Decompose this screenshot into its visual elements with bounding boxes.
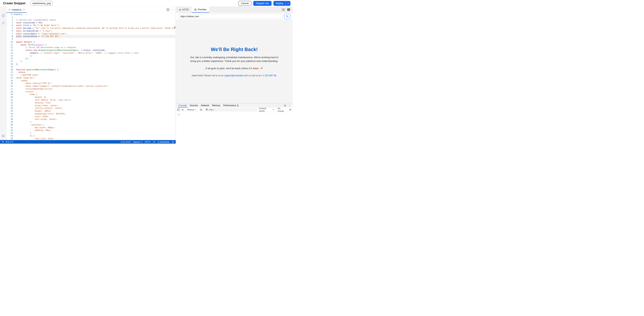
code-line[interactable]: 32 display: flex; bbox=[6, 101, 176, 104]
eol-setting[interactable]: LF bbox=[153, 141, 155, 143]
code-line[interactable]: 24 <head> bbox=[6, 79, 176, 82]
snippet-name-input[interactable] bbox=[30, 1, 53, 6]
code-line[interactable]: 37 color: #333; bbox=[6, 115, 176, 118]
cancel-button[interactable]: Cancel bbox=[238, 1, 251, 6]
code-line[interactable]: 45 font-size: 2rem; bbox=[6, 137, 176, 140]
code-line[interactable]: 15 }, bbox=[6, 54, 176, 57]
code-line[interactable]: 27 <title>${title}</title> bbox=[6, 88, 176, 90]
code-text: <style> bbox=[16, 90, 34, 93]
language-mode[interactable]: {} JavaScript bbox=[158, 141, 169, 143]
tab-snippet-js[interactable]: JS snippet.js × bbox=[6, 7, 27, 13]
console-tab-network[interactable]: Network bbox=[200, 103, 210, 108]
close-tab-icon[interactable]: × bbox=[23, 8, 25, 11]
code-line[interactable]: 22 <!DOCTYPE html> bbox=[6, 74, 176, 77]
line-number: 31 bbox=[6, 99, 16, 101]
deploy-button[interactable]: Deploy bbox=[274, 1, 286, 6]
remote-window-icon[interactable]: >< bbox=[2, 141, 4, 143]
cursor-position[interactable]: Ln 8, Col 2 bbox=[121, 141, 131, 143]
filter-input[interactable] bbox=[209, 109, 246, 111]
notifications-bell-icon[interactable] bbox=[172, 141, 174, 143]
code-line[interactable]: 26 <meta name="viewport" content="width=… bbox=[6, 85, 176, 88]
console-tab-console[interactable]: Console bbox=[177, 103, 188, 108]
deploy-dropdown-button[interactable]: ▾ bbox=[286, 1, 290, 6]
code-line[interactable]: 21 return ` bbox=[6, 71, 176, 74]
code-line[interactable]: 29 body { bbox=[6, 93, 176, 96]
code-line[interactable]: 6const estimatedTime = "1 hour"; bbox=[6, 30, 176, 32]
code-line[interactable]: 36 background-color: #f4f4f4; bbox=[6, 112, 176, 115]
code-line[interactable]: 13 return new Response(generateMaintenan… bbox=[6, 49, 176, 52]
snippet-rule-button[interactable]: Snippet rule bbox=[253, 1, 271, 6]
more-actions-icon[interactable]: ⋯ bbox=[171, 8, 174, 11]
code-line[interactable]: 16 }); bbox=[6, 57, 176, 60]
devtools-kebab-menu-icon[interactable]: ⋮ bbox=[288, 104, 291, 107]
console-tab-memory[interactable]: Memory bbox=[210, 103, 222, 108]
code-line[interactable]: 14 headers: { "Content-Type": "text/html… bbox=[6, 52, 176, 54]
breadcrumb[interactable]: JS snippet.js › … bbox=[6, 13, 176, 16]
discord-chat-icon[interactable] bbox=[287, 8, 290, 11]
line-number: 29 bbox=[6, 93, 16, 96]
code-text: }, bbox=[16, 60, 23, 63]
files-icon[interactable] bbox=[0, 14, 6, 18]
search-icon[interactable] bbox=[0, 21, 6, 25]
code-line[interactable]: 39 } bbox=[6, 121, 176, 123]
code-line[interactable]: 4const title = "We'll Be Right Back!"; bbox=[6, 24, 176, 27]
context-selector[interactable]: Worker ▾ bbox=[187, 108, 196, 111]
code-line[interactable]: 11 async fetch(request) { bbox=[6, 43, 176, 46]
code-text: const message = "Our site is currently u… bbox=[16, 27, 176, 30]
code-line[interactable]: 7const contactEmail = "support@example.c… bbox=[6, 32, 176, 35]
code-line[interactable]: 18}; bbox=[6, 63, 176, 66]
code-line[interactable]: 5const message = "Our site is currently … bbox=[6, 27, 176, 30]
log-levels-dropdown[interactable]: Default levels ▾ bbox=[259, 107, 274, 112]
console-prompt-chevron[interactable]: > bbox=[176, 112, 293, 116]
code-line[interactable]: 8const contactPhone = "+1 234 567 89"; bbox=[6, 35, 176, 38]
code-line[interactable]: 44 h1 { bbox=[6, 134, 176, 137]
phone-link[interactable]: +1 234 567 89 bbox=[261, 74, 276, 77]
code-line[interactable]: 1 bbox=[6, 16, 176, 19]
code-line[interactable]: 35 height: 100vh; bbox=[6, 110, 176, 112]
code-line[interactable]: 30 margin: 0; bbox=[6, 96, 176, 99]
code-line[interactable]: 43 } bbox=[6, 132, 176, 134]
page-title: Create Snippet bbox=[3, 2, 26, 5]
issues-counter[interactable]: No Issues bbox=[278, 107, 287, 112]
code-line[interactable]: 42 padding: 20px; bbox=[6, 129, 176, 132]
encoding-setting[interactable]: UTF-8 bbox=[145, 141, 150, 143]
code-line[interactable]: 28 <style> bbox=[6, 90, 176, 93]
indentation-setting[interactable]: Spaces: 4 bbox=[133, 141, 142, 143]
code-line[interactable]: 3const statusCode = 503; bbox=[6, 21, 176, 24]
code-line[interactable]: 12 // Serve the maintenance page as a re… bbox=[6, 46, 176, 49]
console-settings-gear-icon[interactable]: ⚙ bbox=[289, 108, 291, 111]
code-line[interactable]: 34 justify-content: center; bbox=[6, 107, 176, 110]
console-tab-sources[interactable]: Sources bbox=[188, 103, 200, 108]
tab-http[interactable]: ⇄ HTTP bbox=[176, 7, 192, 13]
console-tab-performance[interactable]: Performance bbox=[222, 103, 240, 108]
console-output[interactable]: > bbox=[176, 112, 293, 144]
live-expression-eye-icon[interactable] bbox=[200, 109, 202, 111]
code-line[interactable]: 33 align-items: center; bbox=[6, 104, 176, 107]
devtools-settings-gear-icon[interactable]: ⚙ bbox=[284, 104, 286, 107]
code-line[interactable]: 23<html lang="en"> bbox=[6, 77, 176, 79]
docs-book-icon[interactable] bbox=[282, 8, 285, 11]
problems-indicator[interactable]: ⊗ 0 ⚠ 0 bbox=[6, 141, 13, 143]
preview-url-input[interactable] bbox=[178, 14, 283, 19]
line-number: 23 bbox=[6, 77, 16, 79]
refresh-button[interactable]: ↻ bbox=[284, 14, 290, 19]
code-line[interactable]: 38 text-align: center; bbox=[6, 118, 176, 121]
code-editor[interactable]: 12// Define your customizable inputs3con… bbox=[6, 16, 176, 140]
split-editor-icon[interactable] bbox=[166, 9, 169, 11]
code-line[interactable]: 40 .container { bbox=[6, 123, 176, 126]
code-line[interactable]: 41 max-width: 600px; bbox=[6, 126, 176, 129]
settings-gear-icon[interactable]: ⚙ bbox=[0, 134, 6, 138]
line-number: 34 bbox=[6, 107, 16, 110]
code-line[interactable]: 17 }, bbox=[6, 60, 176, 63]
code-line[interactable]: 10export default { bbox=[6, 41, 176, 43]
tab-preview[interactable]: ◎ Preview bbox=[192, 7, 209, 13]
code-line[interactable]: 20function generateMaintenancePage() { bbox=[6, 68, 176, 71]
code-line[interactable]: 25 <meta charset="UTF-8"> bbox=[6, 82, 176, 85]
code-line[interactable]: 2// Define your customizable inputs bbox=[6, 19, 176, 21]
code-line[interactable]: 9 bbox=[6, 38, 176, 41]
console-sidebar-toggle-icon[interactable] bbox=[177, 108, 180, 111]
clear-console-icon[interactable]: ⊘ bbox=[182, 108, 184, 111]
code-line[interactable]: 31 font-family: Arial, sans-serif; bbox=[6, 99, 176, 101]
code-line[interactable]: 19 bbox=[6, 66, 176, 68]
support-email-link[interactable]: support@example.com bbox=[224, 74, 248, 77]
